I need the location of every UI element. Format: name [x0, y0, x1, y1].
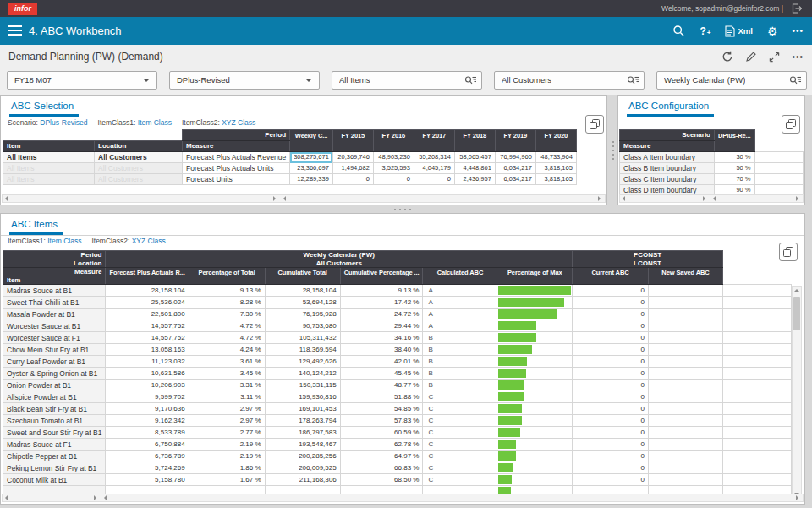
boundary-value-cell[interactable]: 30 % — [715, 152, 755, 163]
pct-of-total-cell[interactable]: 3.31 % — [189, 380, 265, 391]
new-saved-abc-cell[interactable] — [648, 427, 722, 439]
value-cell[interactable]: 0 — [332, 174, 373, 185]
boundary-value-cell[interactable]: 50 % — [715, 163, 755, 174]
edit-pencil-icon[interactable] — [745, 51, 757, 63]
calculated-abc-cell[interactable]: B — [423, 344, 497, 356]
new-saved-abc-cell[interactable] — [648, 462, 722, 474]
cumulative-total-cell[interactable]: 105,311,432 — [265, 332, 340, 344]
cumulative-pct-cell[interactable]: 9.13 % — [340, 285, 423, 297]
new-saved-abc-cell[interactable] — [648, 368, 722, 380]
cumulative-total-cell[interactable]: 169,101,453 — [265, 403, 340, 415]
current-abc-cell[interactable]: 0 — [573, 403, 649, 415]
empty-cell[interactable] — [754, 163, 803, 174]
pct-of-max-cell[interactable] — [497, 320, 573, 332]
customers-lookup[interactable]: All Customers — [494, 71, 645, 90]
current-abc-cell[interactable]: 0 — [573, 320, 649, 332]
pct-of-total-cell[interactable]: 2.77 % — [189, 427, 265, 439]
value-cell[interactable]: 55,208,314 — [414, 152, 454, 163]
value-cell[interactable]: 3,525,593 — [373, 163, 414, 174]
value-cell[interactable]: 4,045,179 — [414, 163, 454, 174]
value-cell[interactable]: 3,818,165 — [535, 163, 576, 174]
value-cell[interactable]: 20,369,746 — [332, 152, 373, 163]
pct-of-max-cell[interactable] — [497, 332, 573, 344]
scenario-dropdown[interactable]: DPlus-Revised — [169, 71, 320, 90]
calculated-abc-cell[interactable]: C — [423, 403, 497, 415]
cumulative-total-cell[interactable]: 53,694,128 — [265, 297, 340, 309]
abc-items-hscrollbar[interactable] — [2, 494, 804, 502]
value-cell[interactable]: 12,289,339 — [290, 174, 333, 185]
pct-of-max-cell[interactable] — [497, 344, 573, 356]
cumulative-pct-cell[interactable]: 45.45 % — [340, 368, 423, 380]
item-cell[interactable]: All Items — [3, 174, 95, 185]
cumulative-total-cell[interactable]: 193,548,467 — [265, 439, 340, 451]
pct-of-total-cell[interactable]: 8.28 % — [189, 297, 265, 309]
value-cell[interactable]: 10,206,903 — [106, 380, 189, 391]
expand-icon[interactable] — [769, 52, 780, 63]
cumulative-pct-cell[interactable]: 51.88 % — [340, 391, 423, 403]
new-saved-abc-cell[interactable] — [648, 344, 722, 356]
value-cell[interactable]: 76,994,960 — [495, 152, 535, 163]
value-cell[interactable]: 6,750,884 — [106, 439, 189, 451]
vertical-splitter-handle[interactable] — [608, 95, 617, 205]
xml-button[interactable]: Xml — [725, 25, 752, 37]
pct-of-total-cell[interactable]: 2.19 % — [189, 439, 265, 451]
measure-cell[interactable]: Forecast Plus Actuals Units — [183, 163, 290, 174]
cumulative-pct-cell[interactable]: 64.97 % — [340, 451, 423, 462]
new-saved-abc-cell[interactable] — [648, 403, 722, 415]
pct-of-max-cell[interactable] — [497, 451, 573, 462]
horizontal-splitter-handle[interactable] — [0, 205, 805, 213]
gear-icon[interactable]: ⚙ — [767, 25, 778, 37]
selected-value-cell[interactable]: 308,275,671 — [290, 152, 333, 163]
cumulative-total-cell[interactable]: 186,797,583 — [265, 427, 340, 439]
cumulative-total-cell[interactable]: 150,331,115 — [265, 380, 340, 391]
pct-of-total-cell[interactable]: 3.61 % — [189, 356, 265, 368]
current-abc-cell[interactable]: 0 — [573, 356, 649, 368]
cumulative-total-cell[interactable]: 129,492,626 — [265, 356, 340, 368]
period-dropdown[interactable]: FY18 M07 — [7, 71, 157, 90]
item-name-cell[interactable]: Allspice Powder at B1 — [3, 391, 106, 403]
pct-of-total-cell[interactable]: 2.19 % — [189, 451, 265, 462]
value-cell[interactable]: 23,366,697 — [290, 163, 333, 174]
cumulative-pct-cell[interactable]: 24.72 % — [340, 309, 423, 320]
value-cell[interactable]: 22,501,800 — [106, 309, 189, 320]
value-cell[interactable]: 48,733,964 — [535, 152, 576, 163]
item-name-cell[interactable]: Sweet and Sour Stir Fry at B1 — [3, 427, 106, 439]
items-lookup[interactable]: All Items — [332, 71, 482, 90]
current-abc-cell[interactable]: 0 — [573, 427, 649, 439]
calculated-abc-cell[interactable]: C — [423, 439, 497, 451]
current-abc-cell[interactable]: 0 — [573, 368, 649, 380]
new-saved-abc-cell[interactable] — [648, 356, 722, 368]
value-cell[interactable]: 8,533,789 — [106, 427, 189, 439]
value-cell[interactable]: 2,436,957 — [454, 174, 495, 185]
tab-abc-configuration[interactable]: ABC Configuration — [627, 99, 714, 117]
calculated-abc-cell[interactable]: A — [423, 285, 497, 297]
item-name-cell[interactable]: Black Bean Stir Fry at B1 — [3, 403, 106, 415]
location-cell[interactable]: All Customers — [95, 163, 183, 174]
pct-of-max-cell[interactable] — [497, 356, 573, 368]
value-cell[interactable]: 5,158,780 — [106, 474, 189, 486]
itemclass1-link[interactable]: Item Class — [47, 237, 81, 245]
pct-of-max-cell[interactable] — [497, 474, 573, 486]
boundary-label-cell[interactable]: Class A Item boundary — [620, 152, 715, 163]
current-abc-cell[interactable]: 0 — [573, 391, 649, 403]
calculated-abc-cell[interactable]: B — [423, 380, 497, 391]
current-abc-cell[interactable]: 0 — [573, 344, 649, 356]
pct-of-max-cell[interactable] — [497, 427, 573, 439]
pct-of-max-cell[interactable] — [497, 462, 573, 474]
value-cell[interactable]: 0 — [373, 174, 414, 185]
pct-of-total-cell[interactable]: 9.13 % — [189, 285, 265, 297]
cumulative-pct-cell[interactable]: 29.44 % — [340, 320, 423, 332]
current-abc-cell[interactable]: 0 — [573, 462, 649, 474]
current-abc-cell[interactable]: 0 — [573, 309, 649, 320]
item-cell[interactable]: All Items — [3, 152, 95, 163]
item-name-cell[interactable]: Curry Leaf Powder at B1 — [3, 356, 106, 368]
item-name-cell[interactable]: Peking Lemon Stir Fry at B1 — [3, 462, 106, 474]
copy-grid-button[interactable] — [585, 115, 604, 134]
new-saved-abc-cell[interactable] — [648, 439, 722, 451]
calculated-abc-cell[interactable]: A — [423, 297, 497, 309]
item-name-cell[interactable]: Coconut Milk at B1 — [3, 474, 106, 486]
item-name-cell[interactable]: Madras Souce at B1 — [3, 285, 106, 297]
new-saved-abc-cell[interactable] — [648, 332, 722, 344]
new-saved-abc-cell[interactable] — [648, 474, 722, 486]
boundary-label-cell[interactable]: Class B Item boundary — [620, 163, 715, 174]
